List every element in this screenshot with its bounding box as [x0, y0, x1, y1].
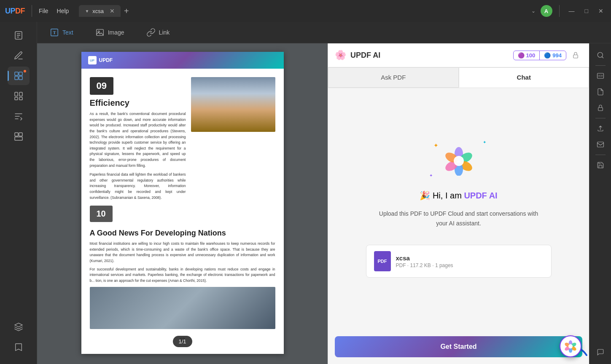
search-mini-button[interactable] — [592, 48, 608, 63]
sparkle-tr: ✦ — [483, 140, 486, 145]
file-card: PDF xcsa PDF · 117.2 KB · 1 pages — [366, 245, 552, 278]
text-toolbar-icon: T — [50, 28, 59, 37]
svg-rect-13 — [19, 133, 22, 136]
menu-help[interactable]: Help — [57, 8, 69, 14]
logo-text: UP — [90, 59, 94, 62]
save-mini-button[interactable] — [592, 158, 608, 173]
sidebar-item-bookmark[interactable] — [8, 338, 30, 356]
svg-rect-19 — [573, 55, 578, 59]
ai-greeting-line: 🎉 Hi, I am UPDF AI — [420, 190, 497, 201]
section-title-1: Efficiency — [90, 98, 186, 108]
sidebar-item-layers[interactable] — [8, 318, 30, 336]
menu-file[interactable]: File — [39, 8, 48, 14]
upload-mini-button[interactable] — [592, 121, 608, 136]
convert-icon — [13, 111, 24, 121]
pdf-content: 09 Efficiency As a result, the bank's co… — [81, 69, 284, 354]
app-logo: UPDF — [5, 7, 25, 16]
section-text-2b: For successful development and sustainab… — [90, 267, 275, 284]
svg-point-38 — [568, 344, 573, 348]
tab-ask-pdf[interactable]: Ask PDF — [328, 67, 459, 88]
page-indicator: 1/1 — [172, 336, 192, 347]
chat-mini-icon — [597, 348, 604, 356]
sidebar-item-organize[interactable] — [8, 87, 30, 105]
save-mini-icon — [597, 161, 604, 169]
file-info: xcsa PDF · 117.2 KB · 1 pages — [396, 254, 544, 268]
svg-rect-12 — [15, 133, 18, 136]
sparkle-tl: ✦ — [433, 142, 439, 149]
page-mini-button[interactable] — [592, 84, 608, 99]
upload-mini-icon — [597, 125, 604, 132]
svg-rect-17 — [96, 29, 103, 36]
tools-icon — [13, 131, 24, 142]
separator2 — [559, 5, 560, 17]
ai-flower-svg — [444, 146, 474, 176]
organize-icon — [13, 91, 24, 101]
center-content: T Text Image — [37, 22, 611, 364]
maximize-button[interactable]: □ — [582, 7, 591, 15]
ocr-mini-icon: OCR — [597, 72, 604, 80]
credits-b-badge: 🔵 994 — [540, 51, 566, 60]
pdf-viewer[interactable]: UP UPDF 09 Efficiency As a re — [37, 43, 328, 364]
avatar[interactable]: A — [541, 5, 552, 17]
sidebar-item-edit[interactable] — [8, 67, 30, 85]
greeting-emoji: 🎉 — [420, 191, 433, 200]
pdf-header: UP UPDF — [81, 52, 284, 69]
mail-mini-icon — [597, 141, 604, 148]
svg-rect-9 — [19, 92, 22, 96]
svg-text:OCR: OCR — [598, 75, 603, 78]
ai-credits: 🟣 100 🔵 994 — [513, 48, 582, 62]
ocr-mini-button[interactable]: OCR — [592, 68, 608, 83]
toolbar-link[interactable]: Link — [142, 25, 174, 40]
mini-sep-1 — [595, 65, 606, 66]
svg-rect-6 — [15, 76, 18, 80]
annotate-icon — [13, 51, 24, 61]
section-number-2: 10 — [90, 206, 113, 222]
pdf-image-2 — [90, 287, 275, 329]
svg-rect-30 — [598, 108, 603, 111]
pdf-image-1 — [191, 77, 275, 132]
credits-b-icon: 🔵 — [544, 52, 551, 59]
brand-text: UPDF AI — [464, 191, 497, 200]
credits-b-value: 994 — [552, 52, 562, 59]
text-label: Text — [62, 29, 73, 36]
pdf-page: UP UPDF 09 Efficiency As a re — [81, 52, 284, 354]
toolbar-image[interactable]: Image — [91, 25, 129, 40]
tab-chat[interactable]: Chat — [459, 67, 589, 88]
ai-logo-icon: 🌸 — [335, 50, 346, 61]
tab-area: ▼ xcsa ✕ + — [79, 5, 526, 17]
sparkle-bl: ✦ — [429, 173, 433, 178]
svg-rect-14 — [15, 137, 22, 140]
ai-floating-button[interactable] — [560, 335, 581, 357]
section-text-1b: Paperless financial data will lighten th… — [90, 172, 186, 201]
active-indicator — [24, 70, 26, 72]
reader-icon — [13, 30, 24, 40]
ai-footer: Get Started — [328, 329, 589, 364]
svg-rect-31 — [597, 142, 603, 147]
sidebar-item-reader[interactable] — [8, 26, 30, 45]
minimize-button[interactable]: — — [566, 7, 577, 15]
separator — [32, 5, 32, 17]
pdf-header-logo: UP UPDF — [88, 56, 113, 64]
sidebar-item-tools[interactable] — [8, 127, 30, 146]
toolbar: T Text Image — [37, 22, 611, 43]
security-mini-button[interactable] — [592, 100, 608, 115]
dropdown-icon[interactable]: ⌄ — [531, 8, 536, 14]
close-button[interactable]: ✕ — [596, 7, 606, 15]
credits-a-icon: 🟣 — [518, 52, 525, 59]
page-mini-icon — [597, 88, 604, 96]
section-text-1: As a result, the bank's conventional doc… — [90, 111, 186, 169]
sidebar-item-annotate[interactable] — [8, 46, 30, 65]
get-started-button[interactable]: Get Started — [335, 336, 582, 357]
mail-mini-button[interactable] — [592, 137, 608, 152]
new-tab-button[interactable]: + — [124, 6, 129, 16]
image-toolbar-icon — [95, 28, 105, 37]
svg-rect-11 — [19, 97, 22, 100]
tab-close-icon[interactable]: ✕ — [110, 8, 115, 14]
sidebar-item-convert[interactable] — [8, 107, 30, 126]
toolbar-text[interactable]: T Text — [46, 25, 78, 40]
chat-mini-button[interactable] — [592, 345, 608, 360]
lock-icon-button[interactable] — [569, 48, 582, 62]
active-tab[interactable]: ▼ xcsa ✕ — [79, 5, 121, 17]
search-mini-icon — [597, 51, 604, 59]
svg-rect-8 — [15, 92, 18, 96]
